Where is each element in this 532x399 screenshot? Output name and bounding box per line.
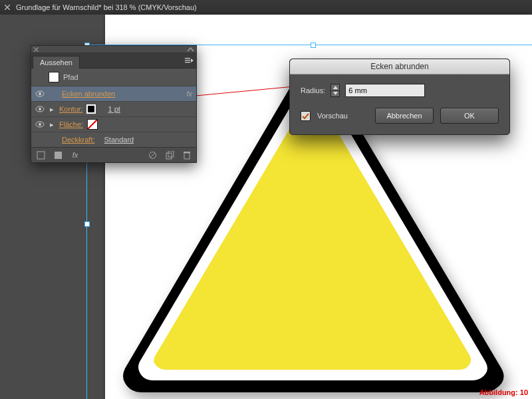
appearance-tab[interactable]: Aussehen [33,56,80,68]
round-corners-dialog: Ecken abrunden Radius: Vorschau Abbreche… [289,59,510,135]
svg-rect-17 [168,151,174,157]
svg-marker-21 [333,92,338,95]
visibility-toggle-icon[interactable] [35,104,45,114]
svg-rect-13 [55,152,62,159]
svg-rect-3 [185,60,190,61]
panel-menu-icon[interactable] [184,56,194,65]
svg-marker-20 [333,86,338,89]
svg-rect-4 [185,62,190,63]
dialog-title[interactable]: Ecken abrunden [290,59,509,74]
new-stroke-icon[interactable] [35,150,46,160]
stepper-up-icon[interactable] [331,84,339,90]
appearance-target-row[interactable]: Pfad [31,68,196,86]
appearance-stroke-row[interactable]: ▸ Kontur: 1 pt [31,101,196,116]
svg-rect-18 [184,153,190,159]
fx-badge: fx [186,90,192,98]
appearance-effect-row[interactable]: Ecken abrunden fx [31,86,196,101]
stroke-label[interactable]: Kontur: [59,105,82,113]
radius-stepper[interactable] [331,84,340,97]
svg-rect-12 [37,152,45,159]
disclosure-triangle-icon[interactable]: ▸ [49,120,55,129]
cancel-button[interactable]: Abbrechen [375,108,434,124]
svg-marker-5 [191,59,194,63]
effect-name-label[interactable]: Ecken abrunden [62,90,115,98]
visibility-toggle-icon[interactable] [35,120,45,129]
duplicate-item-icon[interactable] [164,150,175,160]
svg-rect-16 [166,153,172,159]
clear-appearance-icon[interactable] [147,150,158,160]
appearance-fill-row[interactable]: ▸ Fläche: [31,116,196,132]
fill-swatch-none[interactable] [87,119,98,130]
svg-rect-19 [184,152,190,153]
svg-line-15 [150,153,155,158]
close-document-icon[interactable] [4,4,11,11]
ok-button[interactable]: OK [440,108,499,124]
preview-checkbox[interactable] [301,111,311,121]
stroke-swatch[interactable] [86,104,96,114]
radius-input[interactable] [345,84,425,97]
target-thumbnail [49,72,59,82]
svg-point-11 [39,123,41,126]
figure-caption: Abbildung: 10 [479,388,528,396]
visibility-toggle-icon[interactable] [35,89,45,98]
preview-label[interactable]: Vorschau [317,112,348,120]
panel-collapse-icon[interactable] [188,45,194,53]
document-tab-title[interactable]: Grundlage für Warnschild* bei 318 % (CMY… [16,3,197,11]
opacity-label[interactable]: Deckkraft: [62,136,95,144]
appearance-opacity-row[interactable]: Deckkraft: Standard [31,132,196,147]
opacity-value[interactable]: Standard [104,136,134,144]
document-tab-bar: Grundlage für Warnschild* bei 318 % (CMY… [0,0,532,15]
stroke-weight[interactable]: 1 pt [108,105,120,113]
svg-rect-2 [185,58,190,59]
svg-point-7 [39,92,41,95]
delete-item-icon[interactable] [182,150,192,160]
radius-label: Radius: [301,86,325,94]
panel-close-icon[interactable] [34,45,39,53]
add-effect-button[interactable]: fx [70,150,80,160]
appearance-footer: fx [31,147,196,162]
panel-titlebar[interactable] [31,46,196,53]
selection-handle[interactable] [84,221,90,227]
svg-point-9 [39,108,41,110]
appearance-rows: Pfad Ecken abrunden fx ▸ Kontur: 1 pt ▸ … [31,68,196,147]
disclosure-triangle-icon[interactable]: ▸ [49,105,55,114]
stepper-down-icon[interactable] [331,90,339,97]
appearance-panel: Aussehen Pfad Ecken abrunden fx [31,45,197,163]
panel-tab-bar: Aussehen [31,53,196,68]
target-type-label: Pfad [63,73,78,81]
new-fill-icon[interactable] [53,150,63,160]
fill-label[interactable]: Fläche: [59,120,83,128]
